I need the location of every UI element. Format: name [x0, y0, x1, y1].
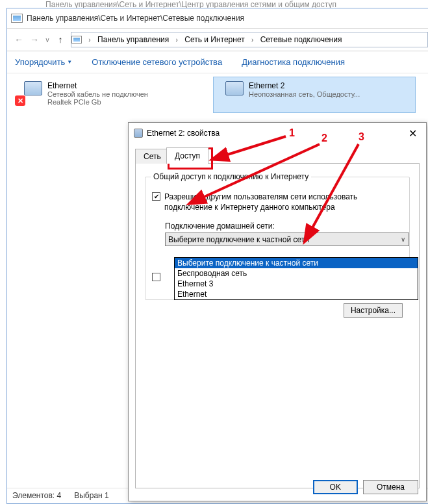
- dropdown-option-0[interactable]: Выберите подключение к частной сети: [175, 258, 418, 268]
- svg-line-2: [310, 144, 359, 231]
- tab-sharing[interactable]: Доступ: [166, 147, 208, 164]
- svg-line-1: [200, 144, 320, 199]
- annotation-arrows: [0, 0, 428, 504]
- svg-line-0: [223, 136, 286, 156]
- dropdown-option-1[interactable]: Беспроводная сеть: [175, 268, 418, 279]
- dropdown-option-2[interactable]: Ethernet 3: [175, 279, 418, 289]
- dropdown-option-3[interactable]: Ethernet: [175, 289, 418, 299]
- home-network-dropdown: Выберите подключение к частной сети Бесп…: [174, 257, 418, 300]
